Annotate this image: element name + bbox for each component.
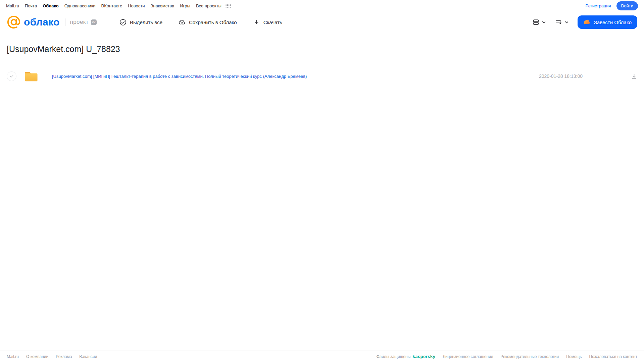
download-button[interactable]: Скачать [253,19,282,26]
cloud-logo[interactable]: облако проект VK [7,15,97,29]
select-all-button[interactable]: Выделить все [119,19,162,26]
file-row[interactable]: [UsupovMarket.com] [МИГиП] Гештальт-тера… [0,68,644,84]
vk-badge-icon: VK [91,19,97,25]
download-icon [253,19,260,26]
logo-divider [65,18,65,26]
portal-link-odnoklassniki[interactable]: Одноклассники [64,3,96,8]
project-label: проект [70,19,89,25]
footer-link-recommendations[interactable]: Рекомендательные технологии [501,354,559,359]
footer-link-jobs[interactable]: Вакансии [79,354,97,359]
kaspersky-logo[interactable]: kaspersky [412,354,435,359]
file-checkbox[interactable] [7,71,16,81]
get-cloud-button[interactable]: Завести Облако [578,15,637,29]
get-cloud-label: Завести Облако [594,19,632,25]
sort-control[interactable] [555,19,569,25]
view-controls [533,19,569,25]
portal-link-all-projects[interactable]: Все проекты [196,3,221,8]
logo-wordmark: облако [24,16,60,28]
cloud-upload-icon [179,19,186,26]
orange-cloud-icon [583,18,591,26]
download-label: Скачать [263,19,282,25]
check-circle-icon [119,19,127,26]
main-content: [UsupovMarket.com] U_78823 [UsupovMarket… [0,44,644,84]
footer-link-ads[interactable]: Реклама [56,354,72,359]
protected-text: Файлы защищены [376,354,410,359]
file-name-link[interactable]: [UsupovMarket.com] [МИГиП] Гештальт-тера… [52,74,307,79]
portal-link-mail[interactable]: Почта [25,3,37,8]
portal-link-dating[interactable]: Знакомства [150,3,174,8]
chevron-down-icon [564,20,569,24]
folder-icon [24,71,38,82]
toolbar: Выделить все Сохранить в Облако Скачать [119,19,282,26]
chevron-down-icon [542,20,546,24]
file-date: 2020-01-28 18:13:00 [539,73,583,79]
portal-links: Mail.ru Почта Облако Одноклассники ВКонт… [6,3,231,8]
portal-link-vkontakte[interactable]: ВКонтакте [101,3,122,8]
portal-link-games[interactable]: Игры [180,3,190,8]
save-to-cloud-label: Сохранить в Облако [189,19,237,25]
footer-link-about[interactable]: О компании [26,354,48,359]
footer-link-license[interactable]: Лицензионное соглашение [443,354,493,359]
view-mode-control[interactable] [533,19,546,25]
portal-link-news[interactable]: Новости [128,3,145,8]
save-to-cloud-button[interactable]: Сохранить в Облако [179,19,237,26]
portal-nav: Mail.ru Почта Облако Одноклассники ВКонт… [0,0,644,11]
footer-left-links: Mail.ru О компании Реклама Вакансии [7,354,97,359]
footer-link-mailru[interactable]: Mail.ru [7,354,19,359]
list-view-icon [533,19,539,25]
sort-icon [555,19,562,25]
checkmark-icon [9,74,14,79]
footer: Mail.ru О компании Реклама Вакансии Файл… [0,351,644,362]
kaspersky-protection: Файлы защищены kaspersky [376,354,435,359]
mailru-at-icon [7,15,21,29]
header-bar: облако проект VK Выделить все Сохранить … [0,11,644,33]
footer-link-help[interactable]: Помощь [566,354,582,359]
portal-link-cloud[interactable]: Облако [43,3,59,8]
all-projects-grid-icon[interactable] [226,4,231,8]
footer-link-report[interactable]: Пожаловаться на контент [589,354,637,359]
portal-link-mailru[interactable]: Mail.ru [6,3,19,8]
registration-link[interactable]: Регистрация [586,3,611,8]
login-button[interactable]: Войти [616,1,638,10]
select-all-label: Выделить все [130,19,162,25]
row-download-icon[interactable] [631,73,637,80]
footer-right-links: Файлы защищены kaspersky Лицензионное со… [376,354,637,359]
page-title: [UsupovMarket.com] U_78823 [7,44,644,54]
